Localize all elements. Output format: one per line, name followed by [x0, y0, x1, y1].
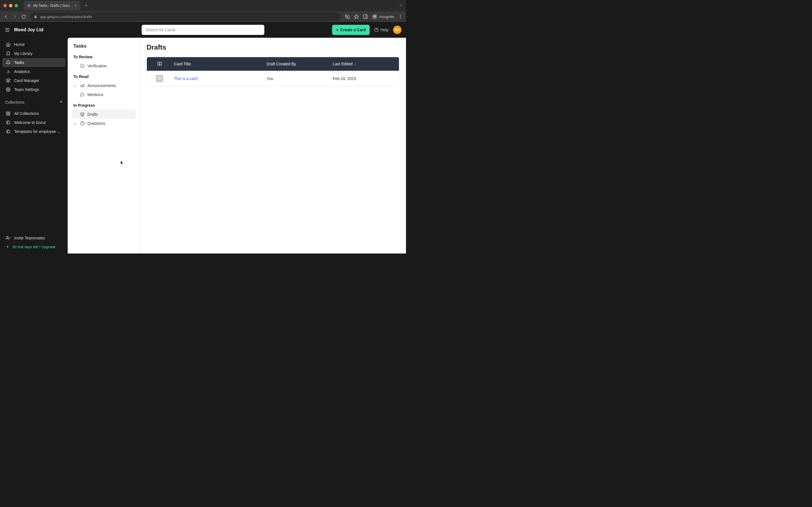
org-name: Mood Joy Ltd: [14, 27, 43, 33]
window-maximize-button[interactable]: [15, 4, 18, 7]
layers-icon: [6, 78, 11, 83]
task-group-to-review: To Review: [71, 55, 136, 59]
task-drafts[interactable]: Drafts: [71, 110, 136, 119]
browser-toolbar: app.getguru.com/mytasks/drafts Incognito: [0, 11, 406, 22]
content-area: Tasks To Review Verification To Read ▸ A…: [68, 38, 406, 253]
nav-tasks[interactable]: Tasks: [2, 58, 65, 67]
window-minimize-button[interactable]: [9, 4, 12, 7]
card-type-icon: [156, 75, 163, 82]
add-collection-button[interactable]: +: [59, 99, 63, 105]
svg-point-8: [400, 17, 401, 18]
sort-desc-icon: ↓: [354, 62, 356, 66]
help-link[interactable]: Help: [374, 27, 389, 32]
task-label: Verification: [87, 64, 107, 68]
help-label: Help: [380, 27, 389, 32]
collection-templates[interactable]: Templates for employee ...: [2, 127, 65, 136]
col-type-icon[interactable]: [147, 62, 172, 66]
create-card-label: Create a Card: [340, 27, 366, 32]
nav-label: Card Manager: [14, 78, 40, 83]
collection-all[interactable]: All Collections: [2, 109, 65, 118]
app-topbar: Mood Joy Ltd + Create a Card Help DJ: [0, 22, 406, 38]
address-bar[interactable]: app.getguru.com/mytasks/drafts: [30, 12, 341, 21]
new-tab-button[interactable]: +: [85, 3, 88, 9]
chart-icon: [6, 69, 11, 74]
sidebar: Home My Library Tasks Analytics Card Man…: [0, 22, 68, 253]
drafts-table: Card Title Draft Created By Last Edited …: [147, 57, 399, 86]
plus-icon: +: [336, 27, 338, 32]
svg-marker-17: [6, 78, 10, 80]
created-by-value: You: [267, 76, 273, 81]
nav-home[interactable]: Home: [2, 40, 65, 49]
reload-button[interactable]: [21, 14, 26, 19]
tabs-dropdown-button[interactable]: [399, 4, 403, 8]
incognito-badge[interactable]: Incognito: [372, 14, 394, 19]
task-announcements[interactable]: ▸ Announcements: [71, 81, 136, 90]
col-card-title[interactable]: Card Title: [172, 62, 267, 66]
task-mentions[interactable]: Mentions: [71, 90, 136, 99]
task-questions[interactable]: ▸ Questions: [71, 119, 136, 128]
invite-label: Invite Teammates: [14, 236, 45, 240]
toolbar-right: Incognito: [345, 14, 403, 19]
bookmark-star-icon[interactable]: [354, 14, 359, 19]
svg-point-25: [7, 236, 8, 238]
task-label: Questions: [87, 121, 105, 126]
page-title: Drafts: [147, 43, 399, 51]
back-button[interactable]: [3, 14, 8, 19]
invite-teammates[interactable]: Invite Teammates: [2, 233, 65, 242]
task-verification[interactable]: Verification: [71, 61, 136, 70]
megaphone-icon: [80, 83, 85, 88]
lock-icon: [34, 15, 37, 18]
browser-tab[interactable]: G My Tasks - Drafts | Guru ×: [24, 1, 80, 10]
collection-welcome[interactable]: Welcome to Guru!: [2, 118, 65, 127]
search-input[interactable]: [142, 25, 264, 35]
avatar[interactable]: DJ: [393, 25, 402, 34]
nav-label: Analytics: [14, 69, 30, 74]
create-card-button[interactable]: + Create a Card: [332, 25, 370, 35]
chevron-right-icon: ▸: [74, 84, 77, 87]
help-icon: [374, 27, 378, 32]
nav-my-library[interactable]: My Library: [2, 49, 65, 58]
browser-chrome: G My Tasks - Drafts | Guru × + app.getgu…: [0, 0, 406, 22]
avatar-initials: DJ: [395, 28, 399, 32]
nav-card-manager[interactable]: Card Manager: [2, 76, 65, 85]
collections-header: Collections +: [0, 96, 68, 107]
task-label: Drafts: [87, 112, 98, 117]
browser-menu-button[interactable]: [398, 14, 403, 19]
incognito-label: Incognito: [379, 15, 394, 19]
check-circle-icon: [80, 64, 85, 68]
svg-marker-1: [354, 15, 359, 18]
svg-point-4: [373, 16, 375, 17]
chevron-right-icon: ▸: [74, 122, 77, 125]
table-row[interactable]: This is a card You Feb 24, 2023: [147, 71, 399, 86]
forward-button[interactable]: [12, 14, 17, 19]
tab-close-button[interactable]: ×: [74, 3, 77, 8]
svg-point-7: [400, 16, 401, 17]
guru-icon: [6, 129, 11, 134]
window-close-button[interactable]: [3, 4, 7, 7]
nav-team-settings[interactable]: Team Settings: [2, 85, 65, 94]
incognito-icon: [372, 14, 377, 19]
trial-upgrade-link[interactable]: 30 trial days left • Upgrade: [2, 242, 65, 251]
question-icon: [80, 121, 85, 126]
url-text: app.getguru.com/mytasks/drafts: [40, 15, 92, 19]
nav-label: Tasks: [14, 60, 24, 65]
col-last-edited[interactable]: Last Edited ↓: [333, 62, 399, 66]
panel-icon[interactable]: [363, 14, 368, 19]
task-group-to-read: To Read: [71, 74, 136, 79]
svg-rect-21: [8, 114, 10, 115]
nav-label: My Library: [14, 51, 33, 56]
home-icon: [6, 42, 11, 47]
task-label: Mentions: [87, 93, 103, 97]
card-title-link[interactable]: This is a card: [174, 76, 197, 81]
sparkle-icon: [6, 245, 10, 249]
bookmark-icon: [6, 51, 11, 56]
col-created-by[interactable]: Draft Created By: [267, 62, 333, 66]
eye-off-icon[interactable]: [345, 14, 350, 19]
nav-label: Team Settings: [14, 87, 39, 92]
nav-label: Home: [14, 42, 24, 47]
nav-analytics[interactable]: Analytics: [2, 67, 65, 76]
collection-label: All Collections: [14, 111, 39, 116]
collection-label: Templates for employee ...: [14, 129, 60, 134]
menu-toggle-button[interactable]: [4, 27, 10, 33]
chat-icon: [80, 93, 85, 97]
